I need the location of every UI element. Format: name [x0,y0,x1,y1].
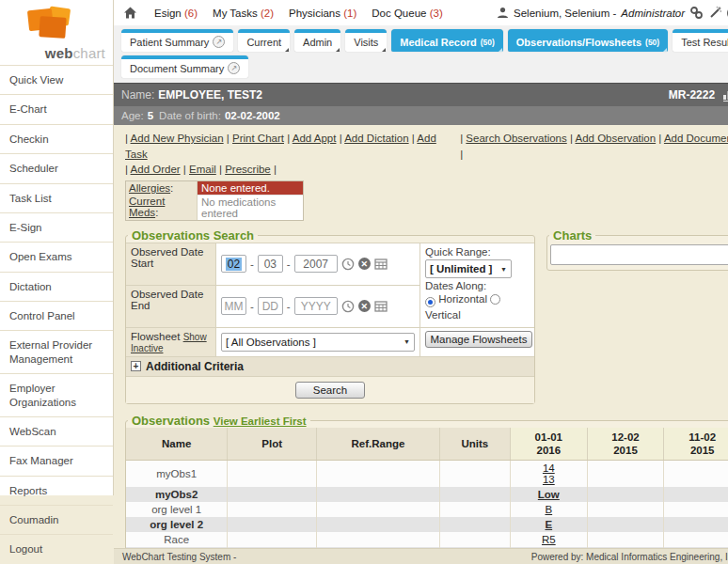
col-date-2016-01-01: 01-01 2016 [510,428,587,461]
charts-title: Charts [549,228,595,243]
obs-value-cell: R5 [510,532,587,547]
expand-plus-icon[interactable]: + [131,361,141,371]
magic-wand-icon[interactable] [708,6,722,20]
start-day-value: 03 [264,258,277,271]
allergies-link[interactable]: Allergies [129,182,170,194]
obs-value-cell: Low [510,487,587,502]
search-form-grid: Observed Date Start 02 - 03 - 2007 ✕ [126,243,534,403]
vertical-radio[interactable] [490,294,500,305]
nav-esign[interactable]: Esign (6) [154,8,198,19]
sidebar-item-webscan[interactable]: WebScan [0,416,113,446]
quick-range-dropdown[interactable]: [ Unlimited ]▼ [425,259,512,278]
nav-my-tasks[interactable]: My Tasks (2) [213,8,274,19]
home-icon[interactable] [123,6,137,20]
nav-physicians[interactable]: Physicians (1) [289,8,356,19]
link-add-new-physician[interactable]: Add New Physician [131,133,224,144]
link-email[interactable]: Email [189,164,216,175]
link-add-order[interactable]: Add Order [131,164,181,175]
table-row-org-level-2: org level 2 E [126,517,728,532]
start-month-input[interactable]: 02 [221,255,246,273]
webchart-logo-text: webchart [45,45,105,61]
sidebar-item-dictation[interactable]: Dictation [0,272,113,301]
sidebar-item-external-provider-management[interactable]: External Provider Management [0,330,113,373]
tab-document-summary[interactable]: Document Summary↗ [121,55,248,78]
tab-patient-summary[interactable]: Patient Summary↗ [121,29,233,52]
obs-refrange-cell [317,517,440,532]
start-year-input[interactable]: 2007 [294,255,338,273]
webchart-logo[interactable]: webchart [0,0,113,65]
observations-search-title: Observations Search [128,228,258,243]
obs-value-link[interactable]: B [545,504,552,515]
observed-date-start-inputs: 02 - 03 - 2007 ✕ [216,243,419,285]
obs-value-link[interactable]: Low [538,489,560,500]
obs-value-link[interactable]: E [545,519,552,530]
charts-dropdown[interactable]: ▼ [550,244,728,265]
sidebar-item-scheduler[interactable]: Scheduler [0,153,113,182]
user-role: Administrator [621,8,685,19]
sidebar-item-checkin[interactable]: Checkin [0,124,113,153]
popout-icon[interactable]: ↗ [213,36,225,48]
obs-value-cell [664,461,728,488]
table-row-myobs2: myObs2 Low [126,487,728,502]
link-chain-icon[interactable] [689,6,704,20]
tab-row-2: Document Summary↗ [121,55,728,78]
time-clock-icon[interactable] [341,258,355,271]
flowsheet-dropdown[interactable]: [ All Observations ]▼ [221,333,415,352]
chart-stats-icon[interactable] [722,89,728,102]
end-month-input[interactable]: MM [221,297,246,315]
time-clock-icon[interactable] [341,300,355,313]
sidebar-item-employer-organizations[interactable]: Employer Organizations [0,373,113,416]
clear-date-icon[interactable]: ✕ [358,300,371,312]
obs-value-link[interactable]: R5 [542,534,556,545]
search-button[interactable]: Search [295,382,365,399]
nav-doc-queue[interactable]: Doc Queue (3) [372,8,442,19]
sidebar-item-logout[interactable]: Logout [0,534,113,563]
link-search-observations[interactable]: Search Observations [466,133,566,144]
sidebar-item-task-list[interactable]: Task List [0,183,113,212]
end-day-placeholder: DD [262,300,278,313]
end-day-input[interactable]: DD [258,297,283,315]
observations-header-row: Name Plot Ref.Range Units 01-01 2016 12-… [126,428,728,461]
link-print-chart[interactable]: Print Chart [232,133,284,144]
sidebar-item-e-sign[interactable]: E-Sign [0,212,113,242]
start-day-input[interactable]: 03 [258,255,283,273]
tab-current[interactable]: Current [238,29,290,52]
sidebar-item-coumadin[interactable]: Coumadin [0,505,113,534]
sidebar-item-reports[interactable]: Reports [0,476,113,505]
obs-value-link[interactable]: 14 [543,462,555,474]
sidebar-item-control-panel[interactable]: Control Panel [0,301,113,330]
sidebar-item-open-exams[interactable]: Open Exams [0,242,113,271]
obs-value-link[interactable]: 13 [543,474,555,485]
calendar-icon[interactable] [374,300,388,312]
obs-value-cell [587,532,664,547]
tab-visits[interactable]: Visits [345,29,387,52]
horizontal-radio[interactable] [425,297,435,307]
additional-criteria-toggle[interactable]: + Additional Criteria [126,356,534,376]
logo-web: web [45,45,73,61]
sidebar-item-fax-manager[interactable]: Fax Manager [0,446,113,475]
flowsheet-select-cell: [ All Observations ]▼ [216,327,419,356]
manage-flowsheets-button[interactable]: Manage Flowsheets [425,331,532,348]
tab-test-results[interactable]: Test Results [673,29,728,52]
main-area: Esign (6) My Tasks (2) Physicians (1) Do… [114,0,728,564]
obs-name: myObs2 [126,487,228,502]
calendar-icon[interactable] [374,258,388,270]
tab-observations-flowsheets[interactable]: Observations/Flowsheets(50) [508,29,668,52]
sidebar-item-e-chart[interactable]: E-Chart [0,94,113,123]
clear-date-icon[interactable]: ✕ [358,258,371,270]
end-year-input[interactable]: YYYY [294,297,338,315]
obs-value-cell [664,487,728,502]
link-add-appt[interactable]: Add Appt [293,133,337,144]
current-meds-link[interactable]: Current Meds [129,196,165,218]
nav-doc-queue-label: Doc Queue [372,8,426,19]
popout-icon[interactable]: ↗ [228,62,240,74]
tab-medical-record[interactable]: Medical Record(50) [391,29,502,52]
link-add-document[interactable]: Add Document [664,133,728,144]
link-add-observation[interactable]: Add Observation [575,133,656,144]
link-add-dictation[interactable]: Add Dictation [344,133,408,144]
link-prescribe[interactable]: Prescribe [225,164,271,175]
view-earliest-first-link[interactable]: View Earliest First [214,415,307,427]
patient-mrn-box: MR-2222 [669,88,728,102]
sidebar-item-quick-view[interactable]: Quick View [0,65,113,94]
tab-admin[interactable]: Admin [294,29,340,52]
